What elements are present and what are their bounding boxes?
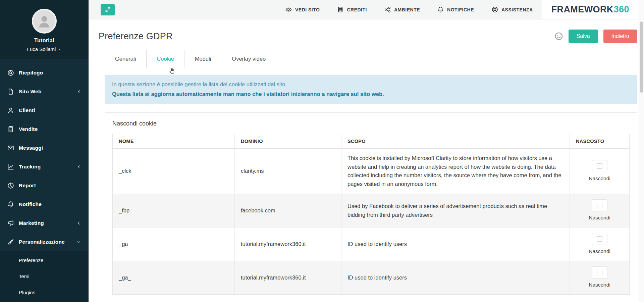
sidebar-submenu: Preferenze Temi Plugins [0, 251, 89, 302]
chevron-left-icon [76, 89, 81, 94]
avatar[interactable] [32, 9, 57, 34]
app-root: Tutorial Luca Sollami Riepilogo Sito Web… [0, 0, 644, 302]
sidebar-item-label: Riepilogo [19, 70, 43, 76]
cookie-purpose-cell: Used by Facebook to deliver a series of … [341, 194, 570, 228]
chart-line-icon [7, 163, 14, 170]
smiley-icon[interactable] [554, 32, 563, 41]
cookie-table: NOME DOMINIO SCOPO NASCOSTO _clck clarit… [112, 134, 630, 295]
sidebar-subitem-plugins[interactable]: Plugins [0, 284, 89, 300]
hide-cookie-checkbox[interactable] [592, 160, 607, 172]
topnav-vedi-sito[interactable]: VEDI SITO [277, 0, 328, 19]
main-area: VEDI SITO CREDITI AMBIENTE NOTIFICHE ASS… [89, 0, 644, 302]
sidebar-subitem-label: Preferenze [19, 257, 43, 263]
checkbox-box [597, 203, 602, 208]
sidebar-item-notifiche[interactable]: Notifiche [0, 195, 89, 214]
sidebar-subitem-temi[interactable]: Temi [0, 268, 89, 284]
sidebar-item-personalizzazione[interactable]: Personalizzazione [0, 233, 89, 251]
tab-label: Overlay video [232, 56, 266, 62]
sidebar-item-marketing[interactable]: Marketing [0, 214, 89, 233]
sidebar-profile: Tutorial Luca Sollami [0, 0, 89, 59]
sidebar-item-label: Report [19, 183, 36, 189]
hide-cookie-label: Nascondi [589, 247, 610, 255]
topnav-item-label: CREDITI [347, 7, 367, 12]
col-header-nome: NOME [113, 134, 235, 149]
sidebar-item-tracking[interactable]: Tracking [0, 157, 89, 176]
page-title: Preferenze GDPR [99, 31, 173, 42]
brush-icon [7, 239, 14, 245]
expand-button[interactable] [101, 4, 115, 15]
checkbox-box [597, 236, 602, 242]
cookie-name-cell: _ga_ [113, 261, 235, 295]
topnav-item-label: NOTIFICHE [447, 7, 474, 12]
sidebar-item-clienti[interactable]: Clienti [0, 101, 89, 120]
sidebar-item-label: Messaggi [19, 145, 43, 151]
sidebar-item-messaggi[interactable]: Messaggi [0, 139, 89, 157]
workspace-name: Tutorial [0, 38, 89, 44]
share-nodes-icon [384, 6, 391, 13]
scrollbar-thumb[interactable] [640, 21, 643, 93]
tab-label: Generali [115, 56, 136, 62]
hide-cookie-label: Nascondi [589, 174, 610, 183]
topbar: VEDI SITO CREDITI AMBIENTE NOTIFICHE ASS… [89, 0, 644, 19]
vertical-scrollbar[interactable] [639, 0, 644, 302]
tab-cookie[interactable]: Cookie [146, 50, 184, 68]
envelope-icon [7, 145, 14, 151]
alert-text: In questa sezione è possibile gestire la… [112, 81, 630, 88]
bell-icon [437, 6, 444, 13]
checkbox-box [597, 163, 602, 169]
life-ring-icon [492, 6, 498, 13]
page-content: Preferenze GDPR Salva Indietro Generali … [89, 19, 644, 302]
expand-arrows-icon [105, 7, 111, 12]
topnav-notifiche[interactable]: NOTIFICHE [429, 0, 483, 19]
user-menu[interactable]: Luca Sollami [0, 46, 89, 52]
doughnut-icon [7, 69, 14, 76]
megaphone-icon [7, 220, 14, 226]
logo-area[interactable]: FRAMEWORK360 [542, 0, 639, 19]
coins-icon [337, 6, 343, 13]
hide-cookie-checkbox[interactable] [592, 199, 607, 211]
hide-cookie-label: Nascondi [589, 281, 610, 289]
topnav-assistenza[interactable]: ASSISTENZA [483, 0, 542, 19]
sidebar-item-label: Personalizzazione [19, 239, 65, 245]
card-title: Nascondi cookie [112, 120, 630, 127]
tab-moduli[interactable]: Moduli [184, 50, 222, 68]
sidebar-item-label: Notifiche [19, 201, 42, 207]
user-name: Luca Sollami [27, 46, 56, 52]
cookie-hidden-cell: Nascondi [570, 228, 630, 261]
save-button[interactable]: Salva [569, 30, 598, 43]
hide-cookie-checkbox[interactable] [592, 266, 607, 279]
tab-generali[interactable]: Generali [105, 50, 146, 68]
topnav-item-label: VEDI SITO [295, 7, 320, 12]
alert-text-strong: Questa lista si aggiorna automaticamente… [112, 91, 630, 97]
eye-icon [285, 6, 292, 13]
cookie-hidden-cell: Nascondi [570, 194, 630, 228]
tab-overlay-video[interactable]: Overlay video [221, 50, 276, 68]
chevron-left-icon [76, 164, 81, 169]
topnav-crediti[interactable]: CREDITI [328, 0, 376, 19]
cookie-name-cell: _fbp [113, 194, 235, 228]
tab-label: Moduli [195, 56, 211, 62]
sidebar-item-riepilogo[interactable]: Riepilogo [0, 63, 89, 82]
hide-cookies-card: Nascondi cookie NOME DOMINIO SCOPO NASCO… [105, 112, 637, 302]
table-header-row: NOME DOMINIO SCOPO NASCOSTO [113, 134, 630, 149]
sidebar-subitem-preferenze[interactable]: Preferenze [0, 252, 89, 268]
sidebar-subitem-label: Plugins [19, 290, 35, 295]
bell-icon [7, 201, 14, 208]
col-header-scopo: SCOPO [341, 134, 570, 149]
tabs-row: Generali Cookie Moduli Overlay video [105, 50, 637, 68]
chevron-down-icon [76, 240, 81, 244]
topnav-ambiente[interactable]: AMBIENTE [376, 0, 429, 19]
sidebar-item-report[interactable]: Report [0, 176, 89, 195]
topnav-item-label: AMBIENTE [394, 7, 420, 12]
checkbox-box [597, 270, 602, 275]
sidebar-item-vendite[interactable]: Vendite [0, 120, 89, 139]
sidebar-item-sito-web[interactable]: Sito Web [0, 82, 89, 101]
cookie-purpose-cell: ID used to identify users [341, 228, 570, 261]
cookie-table-row: _ga tutorial.myframework360.it ID used t… [113, 228, 630, 261]
pie-icon [7, 182, 14, 189]
hide-cookie-checkbox[interactable] [592, 233, 607, 245]
cookie-table-row: _fbp facebook.com Used by Facebook to de… [113, 194, 630, 228]
sidebar-item-label: Vendite [19, 126, 38, 132]
back-button[interactable]: Indietro [603, 30, 637, 43]
topnav: VEDI SITO CREDITI AMBIENTE NOTIFICHE ASS… [277, 0, 542, 19]
